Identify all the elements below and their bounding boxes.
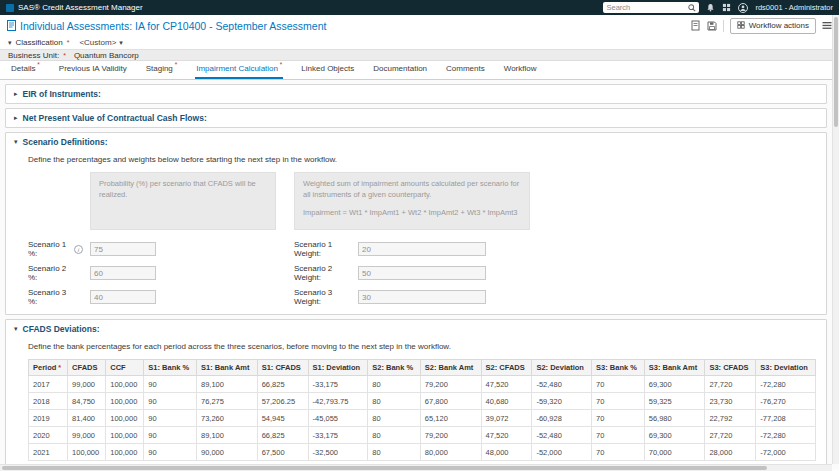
scenario-1-weight-input[interactable] [358, 242, 486, 256]
table-cell[interactable]: 80 [368, 444, 421, 461]
vertical-scrollbar-thumb[interactable] [834, 17, 838, 127]
table-cell[interactable]: -52,480 [532, 376, 592, 393]
column-header[interactable]: S1: CFADS [257, 360, 308, 376]
column-header[interactable]: S2: Bank % [368, 360, 421, 376]
tab-workflow[interactable]: Workflow [503, 60, 538, 79]
column-header[interactable]: S1: Deviation [308, 360, 368, 376]
user-avatar[interactable] [738, 3, 748, 13]
classification-dropdown[interactable]: <Custom> ▾ [79, 38, 122, 47]
table-cell[interactable]: 47,520 [481, 376, 532, 393]
table-cell[interactable]: 79,200 [420, 427, 481, 444]
table-cell[interactable]: 69,300 [644, 427, 705, 444]
table-cell[interactable]: 2021 [29, 444, 68, 461]
column-header[interactable]: S2: Deviation [532, 360, 592, 376]
column-header[interactable]: S2: CFADS [481, 360, 532, 376]
vertical-scrollbar[interactable] [832, 15, 839, 464]
eir-section-header[interactable]: ▸ EIR of Instruments: [6, 85, 826, 103]
table-cell[interactable]: 2017 [29, 376, 68, 393]
user-name[interactable]: rds0001 - Administrator [755, 3, 833, 12]
table-cell[interactable]: 100,000 [106, 427, 144, 444]
tab-impairment-calculation[interactable]: Impairment Calculation * [195, 57, 283, 79]
table-cell[interactable]: -52,000 [532, 444, 592, 461]
npv-section-header[interactable]: ▸ Net Present Value of Contractual Cash … [6, 109, 826, 127]
scenario-section-header[interactable]: ▾ Scenario Definitions: [6, 133, 826, 151]
table-cell[interactable]: -33,175 [308, 376, 368, 393]
tab-previous-ia-validity[interactable]: Previous IA Validity [58, 60, 128, 79]
tab-staging[interactable]: Staging * [145, 57, 178, 79]
table-cell[interactable]: 80 [368, 410, 421, 427]
horizontal-scrollbar[interactable] [0, 464, 832, 471]
table-cell[interactable]: 70,000 [644, 444, 705, 461]
table-cell[interactable]: 66,825 [257, 427, 308, 444]
column-header[interactable]: S1: Bank % [144, 360, 197, 376]
table-cell[interactable]: 70 [592, 427, 645, 444]
tab-details[interactable]: Details * [10, 57, 41, 79]
export-icon[interactable] [691, 20, 701, 31]
table-cell[interactable]: 84,750 [68, 393, 106, 410]
table-cell[interactable]: -72,280 [756, 376, 816, 393]
table-cell[interactable]: 27,720 [705, 427, 756, 444]
scenario-1-pct-input[interactable] [90, 242, 156, 256]
table-cell[interactable]: 70 [592, 444, 645, 461]
table-cell[interactable]: 65,120 [420, 410, 481, 427]
table-cell[interactable]: 100,000 [106, 376, 144, 393]
table-cell[interactable]: -72,000 [756, 444, 816, 461]
column-header[interactable]: Period * [29, 360, 68, 376]
table-cell[interactable]: 66,825 [257, 376, 308, 393]
column-header[interactable]: S3: CFADS [705, 360, 756, 376]
column-header[interactable]: S2: Bank Amt [420, 360, 481, 376]
tab-comments[interactable]: Comments [445, 60, 486, 79]
table-cell[interactable]: -42,793.75 [308, 393, 368, 410]
table-cell[interactable]: -45,055 [308, 410, 368, 427]
table-cell[interactable]: 27,720 [705, 376, 756, 393]
table-cell[interactable]: 90 [144, 376, 197, 393]
apps-grid-icon[interactable] [722, 3, 731, 12]
table-cell[interactable]: -60,928 [532, 410, 592, 427]
tab-linked-objects[interactable]: Linked Objects [300, 60, 355, 79]
column-header[interactable]: CCF [106, 360, 144, 376]
table-cell[interactable]: 56,980 [644, 410, 705, 427]
table-cell[interactable]: -72,280 [756, 427, 816, 444]
scenario-2-pct-input[interactable] [90, 266, 156, 280]
workflow-actions-button[interactable]: Workflow actions [730, 18, 816, 34]
table-cell[interactable]: 80,000 [420, 444, 481, 461]
table-cell[interactable]: 100,000 [106, 393, 144, 410]
info-icon[interactable]: i [74, 245, 83, 254]
table-cell[interactable]: 73,260 [197, 410, 258, 427]
table-cell[interactable]: 89,100 [197, 427, 258, 444]
table-cell[interactable]: 22,792 [705, 410, 756, 427]
table-cell[interactable]: 67,800 [420, 393, 481, 410]
table-cell[interactable]: 76,275 [197, 393, 258, 410]
table-cell[interactable]: 48,000 [481, 444, 532, 461]
table-cell[interactable]: 99,000 [68, 427, 106, 444]
table-cell[interactable]: 28,000 [705, 444, 756, 461]
scenario-3-weight-input[interactable] [358, 290, 486, 304]
cfads-section-header[interactable]: ▾ CFADS Deviations: [6, 320, 826, 338]
table-cell[interactable]: 57,206.25 [257, 393, 308, 410]
table-cell[interactable]: 81,400 [68, 410, 106, 427]
table-cell[interactable]: 59,325 [644, 393, 705, 410]
tab-documentation[interactable]: Documentation [372, 60, 428, 79]
column-header[interactable]: CFADS [68, 360, 106, 376]
column-header[interactable]: S3: Deviation [756, 360, 816, 376]
table-cell[interactable]: 70 [592, 410, 645, 427]
table-cell[interactable]: -52,480 [532, 427, 592, 444]
table-cell[interactable]: 69,300 [644, 376, 705, 393]
table-cell[interactable]: 67,500 [257, 444, 308, 461]
scenario-2-weight-input[interactable] [358, 266, 486, 280]
table-cell[interactable]: 70 [592, 376, 645, 393]
table-cell[interactable]: 99,000 [68, 376, 106, 393]
table-cell[interactable]: 2019 [29, 410, 68, 427]
table-cell[interactable]: 80 [368, 376, 421, 393]
table-cell[interactable]: 80 [368, 427, 421, 444]
table-cell[interactable]: 100,000 [68, 444, 106, 461]
menu-hamburger-icon[interactable] [822, 21, 832, 30]
table-cell[interactable]: 100,000 [106, 444, 144, 461]
table-cell[interactable]: 2020 [29, 427, 68, 444]
table-cell[interactable]: 80 [368, 393, 421, 410]
table-cell[interactable]: -76,270 [756, 393, 816, 410]
table-cell[interactable]: -59,320 [532, 393, 592, 410]
column-header[interactable]: S3: Bank % [592, 360, 645, 376]
horizontal-scrollbar-thumb[interactable] [2, 466, 767, 470]
table-cell[interactable]: 70 [592, 393, 645, 410]
